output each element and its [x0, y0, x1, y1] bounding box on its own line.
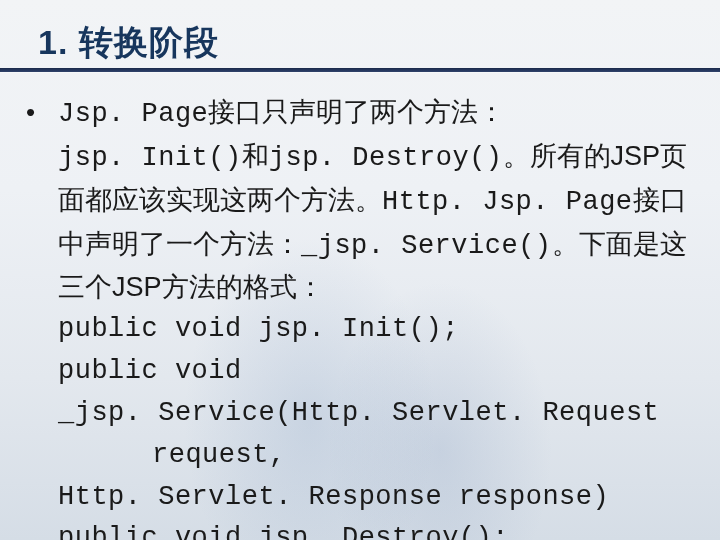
code-inline: Http. Jsp. Page — [382, 187, 633, 217]
code-inline: jsp. Init() — [58, 143, 242, 173]
code-inline: _jsp. Service() — [301, 231, 552, 261]
slide-body: • Jsp. Page接口只声明了两个方法： jsp. Init()和jsp. … — [24, 92, 696, 540]
paragraph: Jsp. Page接口只声明了两个方法： jsp. Init()和jsp. De… — [58, 92, 696, 309]
bullet-item: • Jsp. Page接口只声明了两个方法： jsp. Init()和jsp. … — [24, 92, 696, 309]
code-line: public void jsp. Destroy(); — [24, 518, 696, 540]
code-line: Http. Servlet. Response response) — [24, 477, 696, 519]
code-line: public void — [24, 351, 696, 393]
slide-title: 1. 转换阶段 — [38, 20, 219, 66]
slide-title-bar: 1. 转换阶段 — [0, 14, 720, 72]
bullet-glyph: • — [24, 92, 58, 309]
code-line: _jsp. Service(Http. Servlet. Request — [24, 393, 696, 435]
code-inline: Jsp. Page — [58, 99, 208, 129]
text-span: 接口只声明了两个方法： — [208, 97, 505, 127]
code-line: request, — [24, 435, 696, 477]
code-line: public void jsp. Init(); — [24, 309, 696, 351]
code-inline: jsp. Destroy() — [269, 143, 503, 173]
text-span: 和 — [242, 141, 269, 171]
